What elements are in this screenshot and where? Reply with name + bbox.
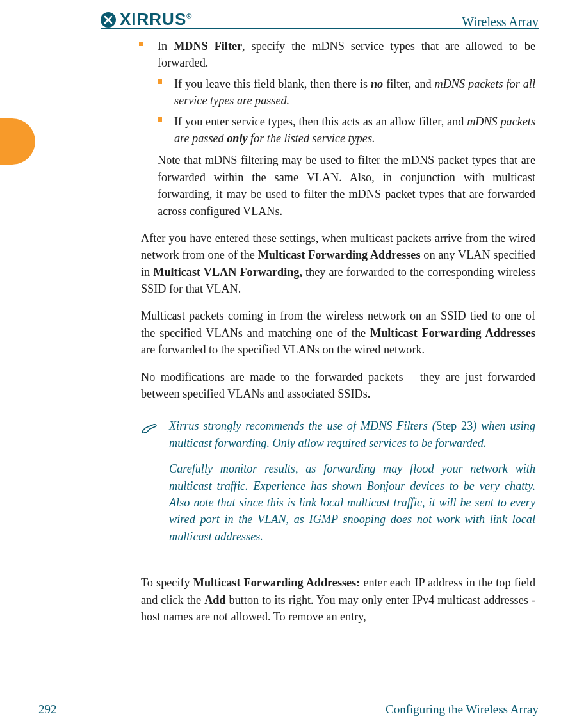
text: In [158, 40, 174, 53]
text-bold: Multicast Forwarding Addresses [370, 327, 535, 339]
note-hand-icon [141, 417, 158, 554]
paragraph: After you have entered these settings, w… [141, 230, 535, 298]
bullet-level2: If you enter service types, then this ac… [158, 113, 535, 147]
page-header: XIRRUS® Wireless Array [101, 10, 539, 29]
text-bold: Multicast VLAN Forwarding, [153, 266, 302, 279]
bullet-level2: If you leave this field blank, then ther… [158, 76, 535, 109]
logo-mark-icon [101, 12, 116, 28]
bullet-icon [139, 42, 143, 46]
book-title: Wireless Array [462, 15, 539, 29]
text-bold: Add [204, 594, 225, 606]
page-number: 292 [38, 702, 57, 716]
brand-logo: XIRRUS® [101, 10, 192, 29]
text: If you enter service types, then this ac… [174, 115, 467, 128]
text-bold-italic: only [227, 132, 247, 145]
header-divider [101, 28, 539, 29]
text-step-ref: Step 23 [436, 419, 473, 432]
callout-note: Xirrus strongly recommends the use of MD… [141, 417, 535, 554]
bullet-icon [158, 117, 162, 122]
body-text: In MDNS Filter, specify the mDNS service… [141, 38, 535, 625]
text: To specify [141, 576, 193, 589]
section-title: Configuring the Wireless Array [386, 702, 539, 716]
paragraph: Note that mDNS filtering may be used to … [158, 152, 535, 220]
footer-divider [38, 697, 539, 697]
paragraph: Multicast packets coming in from the wir… [141, 307, 535, 358]
text-bold-italic: no [371, 77, 383, 90]
side-tab [0, 118, 35, 165]
callout-text: Xirrus strongly recommends the use of MD… [169, 417, 535, 554]
bullet-icon [158, 79, 162, 84]
text: filter, and [383, 77, 434, 90]
text-italic: Carefully monitor results, as forwarding… [169, 460, 535, 545]
text: If you leave this field blank, then ther… [174, 77, 371, 90]
paragraph: To specify Multicast Forwarding Addresse… [141, 574, 535, 625]
text-italic: Xirrus strongly recommends the use of MD… [169, 419, 436, 432]
text-bold: MDNS Filter [174, 40, 242, 53]
text-italic: for the listed service types. [248, 132, 375, 145]
page-footer: 292 Configuring the Wireless Array [38, 702, 539, 716]
text: are forwarded to the specified VLANs on … [141, 343, 425, 356]
text-bold: Multicast Forwarding Addresses: [193, 576, 361, 589]
brand-name: XIRRUS® [120, 10, 192, 29]
paragraph: No modifications are made to the forward… [141, 369, 535, 403]
text-bold: Multicast Forwarding Addresses [258, 248, 421, 261]
bullet-level1: In MDNS Filter, specify the mDNS service… [141, 38, 535, 72]
